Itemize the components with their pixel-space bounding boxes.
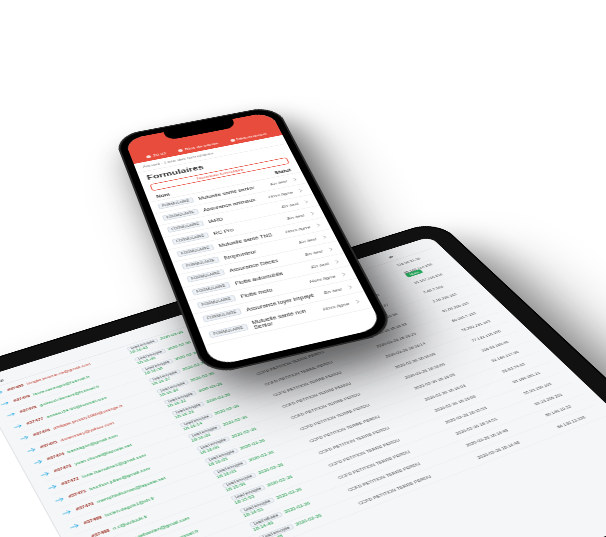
- expand-icon[interactable]: [54, 496, 66, 503]
- chevron-right-icon: [321, 234, 328, 239]
- chevron-right-icon: [340, 271, 348, 276]
- item-status: Hors ligne: [308, 274, 336, 283]
- item-status: En test: [269, 179, 287, 186]
- item-status: En test: [310, 261, 329, 269]
- chevron-right-icon: [333, 259, 341, 264]
- item-status: En test: [304, 249, 323, 256]
- item-status: En test: [286, 213, 305, 220]
- item-status: En test: [323, 287, 343, 295]
- expand-icon[interactable]: [0, 400, 11, 406]
- lead-ref: #37478: [19, 405, 37, 414]
- chevron-right-icon: [309, 211, 316, 216]
- expand-icon[interactable]: [13, 423, 24, 429]
- lead-ref: #37477: [26, 416, 45, 425]
- lead-ref: #37472: [60, 476, 79, 486]
- lead-ref: #37474: [46, 452, 65, 461]
- head-name[interactable]: Nom: [156, 192, 171, 199]
- item-status: Hors ligne: [267, 190, 293, 198]
- lead-ref: #37470: [75, 502, 95, 512]
- expand-icon[interactable]: [61, 509, 73, 516]
- expand-icon[interactable]: [47, 483, 59, 490]
- expand-icon[interactable]: [26, 447, 37, 454]
- chevron-right-icon: [354, 299, 362, 304]
- lead-ref: #37469: [83, 515, 103, 525]
- lead-ref: #37471: [68, 489, 88, 499]
- item-status: En test: [298, 237, 317, 244]
- expand-icon[interactable]: [6, 412, 17, 418]
- lead-ref: #37480: [6, 383, 24, 391]
- expand-icon[interactable]: [40, 471, 52, 478]
- chevron-right-icon: [315, 222, 322, 227]
- item-tag: FORMULAIRE: [208, 323, 248, 338]
- item-status: Hors ligne: [322, 301, 350, 311]
- chevron-right-icon: [297, 188, 304, 192]
- chevron-right-icon: [327, 246, 334, 251]
- lead-ref: #37476: [32, 428, 51, 437]
- expand-icon[interactable]: [19, 435, 30, 442]
- lead-ref: #37479: [13, 394, 31, 403]
- lead-ref: #37468: [90, 528, 110, 537]
- item-status: Hors ligne: [284, 225, 311, 234]
- chevron-right-icon: [303, 199, 310, 204]
- tablet-device: GENELEAD LA SOLUTION FORMULAIRE Filtres …: [258, 345, 606, 537]
- expand-icon[interactable]: [0, 389, 4, 395]
- chevron-right-icon: [346, 284, 354, 289]
- expand-icon[interactable]: [33, 459, 44, 466]
- item-status: En test: [281, 202, 300, 209]
- lead-ref: #37473: [53, 464, 72, 474]
- expand-icon[interactable]: [69, 522, 81, 529]
- chevron-right-icon: [291, 177, 298, 181]
- lead-ref: #37475: [39, 440, 58, 449]
